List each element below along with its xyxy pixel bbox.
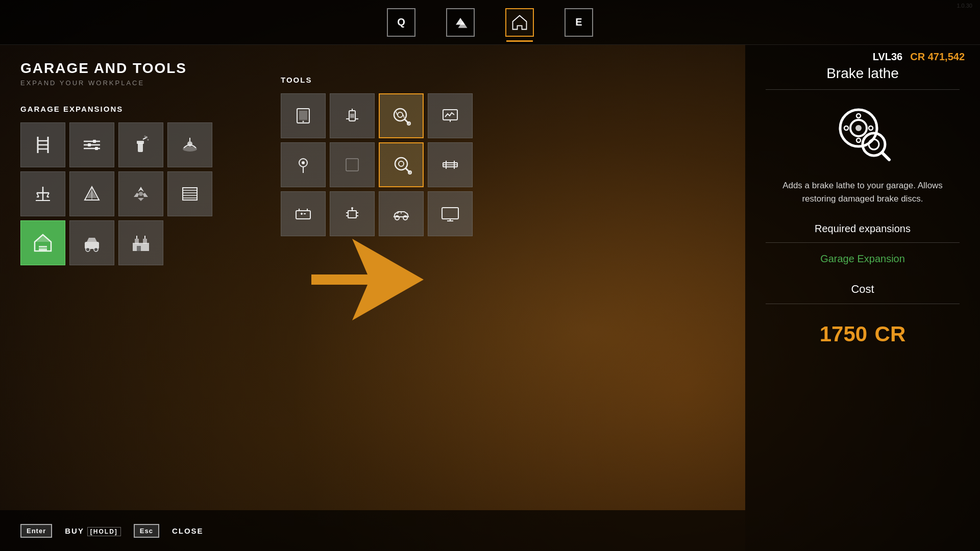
detail-title-divider [766, 89, 960, 90]
brake-lathe2-icon [390, 154, 412, 176]
level-prefix: LVL [873, 51, 891, 62]
right-detail-panel: Brake lathe Adds a brake lathe to your g… [745, 45, 980, 551]
svg-point-94 [351, 207, 353, 209]
tool-cell-2[interactable] [330, 93, 375, 138]
level-value: 36 [891, 51, 902, 62]
svg-rect-58 [350, 114, 354, 118]
left-panel: GARAGE AND TOOLS EXPAND YOUR WORKPLACE G… [0, 45, 306, 551]
garage-grid [20, 122, 286, 265]
garage-section-label: GARAGE EXPANSIONS [20, 105, 286, 113]
required-title: Required expansions [815, 223, 911, 235]
credits-display: CR 471,542 [910, 51, 965, 63]
garage-cell-1[interactable] [20, 122, 65, 167]
nav-tab-house[interactable] [505, 8, 534, 37]
svg-rect-49 [143, 239, 147, 244]
svg-point-45 [86, 247, 90, 252]
required-item: Garage Expansion [820, 253, 905, 265]
svg-rect-54 [299, 111, 307, 120]
diagnostics-icon [439, 105, 461, 127]
svg-point-106 [856, 138, 861, 142]
brake-disc-search-icon [390, 105, 412, 127]
enter-key: Enter [20, 524, 52, 538]
page-title: GARAGE AND TOOLS [20, 60, 286, 77]
tool-cell-6[interactable] [330, 142, 375, 187]
tools-grid [281, 93, 473, 236]
tools-section: TOOLS [281, 60, 473, 252]
tool-cell-brake-lathe[interactable] [379, 93, 424, 138]
hold-label: [HOLD] [87, 527, 121, 536]
car-side-icon [390, 203, 412, 225]
nav-tab-arrows[interactable] [446, 8, 475, 37]
nav-tab-e[interactable]: E [565, 8, 593, 37]
svg-line-17 [143, 138, 146, 139]
esc-key: Esc [134, 524, 159, 538]
brake-lathe-large-icon [832, 103, 893, 164]
svg-point-105 [856, 114, 861, 118]
nav-tab-q[interactable]: Q [387, 8, 415, 37]
svg-point-75 [399, 161, 404, 166]
tool-cell-4[interactable] [428, 93, 473, 138]
cost-number: 1750 [820, 322, 867, 346]
fluid-check-icon [341, 105, 363, 127]
credits-value: 471,542 [928, 51, 965, 62]
svg-rect-13 [88, 143, 91, 146]
cost-value: 1750 CR [820, 317, 906, 347]
bottom-bar: Enter BUY [HOLD] Esc CLOSE [0, 510, 745, 551]
buy-label: BUY [65, 527, 84, 535]
svg-line-63 [405, 119, 409, 123]
svg-rect-52 [137, 246, 141, 251]
tool-cell-10[interactable] [330, 191, 375, 236]
svg-point-34 [139, 192, 143, 196]
garage-cell-7[interactable] [118, 171, 163, 216]
garage-cell-11[interactable] [118, 220, 163, 265]
tool-empty-icon [341, 154, 363, 176]
garage-cell-5[interactable] [20, 171, 65, 216]
detail-title: Brake lathe [766, 65, 960, 82]
cost-divider [766, 304, 960, 304]
topbar: Q E [0, 0, 980, 45]
lift-icon [179, 134, 201, 156]
close-action[interactable]: CLOSE [172, 527, 204, 535]
svg-line-76 [406, 168, 410, 172]
tools-section-label: TOOLS [281, 76, 473, 84]
car-simple-icon [81, 232, 103, 254]
svg-rect-88 [348, 211, 356, 218]
tool-cell-8[interactable] [428, 142, 473, 187]
tool-cell-1[interactable] [281, 93, 326, 138]
garage-cell-3[interactable] [118, 122, 163, 167]
svg-point-107 [844, 126, 848, 130]
garage-cell-2[interactable] [69, 122, 114, 167]
garage-cell-4[interactable] [167, 122, 212, 167]
tool-cell-11[interactable] [379, 191, 424, 236]
garage-cell-8[interactable] [167, 171, 212, 216]
buy-action: BUY [HOLD] [65, 527, 121, 535]
tool-cell-12[interactable] [428, 191, 473, 236]
svg-marker-2 [513, 15, 527, 29]
garage-door-icon [179, 183, 201, 205]
garage-cell-10[interactable] [69, 220, 114, 265]
tool-cell-5[interactable] [281, 142, 326, 187]
svg-point-55 [303, 121, 304, 122]
recycle-icon [130, 183, 152, 205]
svg-rect-97 [442, 208, 458, 219]
detail-description: Adds a brake lathe to your garage. Allow… [766, 179, 960, 205]
tablet-icon [292, 105, 314, 127]
svg-point-104 [855, 125, 862, 131]
svg-point-110 [869, 139, 879, 149]
tool-cell-7[interactable] [379, 142, 424, 187]
tool-cell-9[interactable] [281, 191, 326, 236]
svg-marker-41 [35, 235, 51, 242]
house-icon [510, 13, 529, 32]
garage-cell-active[interactable] [20, 220, 65, 265]
nav-e-icon: E [575, 16, 582, 28]
svg-rect-16 [137, 141, 144, 144]
cr-prefix: CR [910, 51, 925, 62]
page-subtitle: EXPAND YOUR WORKPLACE [20, 79, 286, 87]
svg-point-22 [187, 141, 192, 146]
garage-cell-6[interactable] [69, 171, 114, 216]
hud-credits: LVL36 CR 471,542 [873, 51, 965, 63]
house-garage-icon [32, 232, 54, 254]
svg-rect-82 [296, 211, 310, 219]
pyramid-icon [81, 183, 103, 205]
svg-rect-12 [93, 140, 96, 143]
